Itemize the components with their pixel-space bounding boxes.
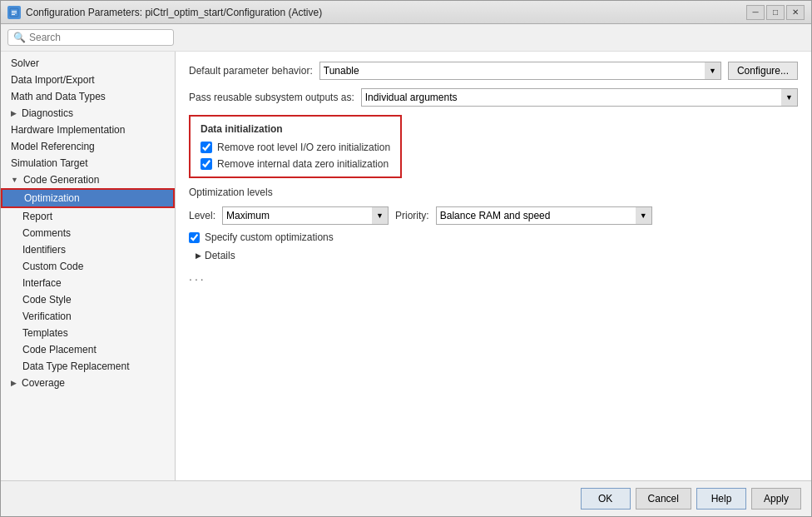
- main-window: Configuration Parameters: piCtrl_optim_s…: [0, 0, 812, 517]
- opt-levels-title: Optimization levels: [189, 186, 798, 198]
- content-area: 🔍 Solver Data Import/Export Math and Dat…: [1, 24, 811, 480]
- search-bar: 🔍: [1, 24, 811, 52]
- sidebar-item-solver[interactable]: Solver: [1, 55, 175, 72]
- minimize-button[interactable]: ─: [746, 5, 765, 20]
- priority-label: Priority:: [395, 210, 429, 221]
- sidebar-item-simulation-target[interactable]: Simulation Target: [1, 155, 175, 172]
- default-param-select-wrapper: Tunable ▼: [319, 62, 721, 80]
- opt-levels-section: Optimization levels Level: Maximum ▼ Pri…: [189, 186, 798, 261]
- close-button[interactable]: ✕: [786, 5, 805, 20]
- ok-button[interactable]: OK: [581, 488, 631, 510]
- bottom-bar: OK Cancel Help Apply: [1, 480, 811, 516]
- sidebar-item-comments[interactable]: Comments: [1, 225, 175, 241]
- diagnostics-label: Diagnostics: [22, 107, 73, 119]
- sidebar-item-code-style[interactable]: Code Style: [1, 291, 175, 308]
- search-wrapper: 🔍: [7, 29, 174, 46]
- dots-row: ...: [189, 270, 798, 283]
- solver-label: Solver: [11, 57, 39, 69]
- verification-label: Verification: [22, 311, 72, 322]
- details-arrow-icon: ▶: [196, 251, 201, 260]
- default-param-label: Default parameter behavior:: [189, 65, 313, 77]
- data-type-replacement-label: Data Type Replacement: [22, 360, 130, 372]
- level-select[interactable]: Maximum: [222, 206, 389, 225]
- math-data-types-label: Math and Data Types: [11, 91, 106, 102]
- sidebar-item-coverage[interactable]: ▶ Coverage: [1, 375, 175, 391]
- default-param-row: Default parameter behavior: Tunable ▼ Co…: [189, 62, 798, 80]
- specify-custom-label: Specify custom optimizations: [205, 231, 334, 243]
- coverage-arrow: ▶: [11, 379, 17, 387]
- data-import-export-label: Data Import/Export: [11, 74, 95, 86]
- cb1-row: Remove root level I/O zero initializatio…: [201, 142, 390, 153]
- title-bar: Configuration Parameters: piCtrl_optim_s…: [1, 1, 811, 24]
- default-param-select[interactable]: Tunable: [319, 62, 721, 80]
- sidebar-item-interface[interactable]: Interface: [1, 275, 175, 291]
- sidebar-item-model-referencing[interactable]: Model Referencing: [1, 138, 175, 155]
- code-gen-label: Code Generation: [23, 174, 99, 186]
- interface-label: Interface: [22, 277, 62, 289]
- report-label: Report: [22, 211, 52, 222]
- window-controls: ─ □ ✕: [746, 5, 805, 20]
- sidebar-item-templates[interactable]: Templates: [1, 325, 175, 341]
- level-label: Level:: [189, 210, 215, 221]
- sidebar-item-hardware-implementation[interactable]: Hardware Implementation: [1, 122, 175, 138]
- pass-reusable-label: Pass reusable subsystem outputs as:: [189, 92, 354, 103]
- svg-rect-1: [12, 11, 17, 12]
- svg-rect-3: [12, 14, 15, 15]
- sidebar-item-identifiers[interactable]: Identifiers: [1, 241, 175, 258]
- comments-label: Comments: [22, 227, 71, 239]
- apply-button[interactable]: Apply: [751, 488, 801, 510]
- sidebar-item-custom-code[interactable]: Custom Code: [1, 258, 175, 275]
- sidebar-item-code-generation[interactable]: ▼ Code Generation: [1, 172, 175, 188]
- app-icon: [7, 6, 21, 19]
- sidebar-item-report[interactable]: Report: [1, 208, 175, 225]
- identifiers-label: Identifiers: [22, 244, 66, 256]
- search-icon: 🔍: [13, 32, 26, 43]
- main-panel: Default parameter behavior: Tunable ▼ Co…: [176, 52, 811, 480]
- maximize-button[interactable]: □: [766, 5, 785, 20]
- search-input[interactable]: [29, 32, 168, 43]
- templates-label: Templates: [22, 327, 68, 339]
- priority-select-wrapper: Balance RAM and speed ▼: [436, 206, 652, 225]
- main-layout: Solver Data Import/Export Math and Data …: [1, 52, 811, 480]
- specify-custom-checkbox[interactable]: [189, 232, 200, 243]
- configure-button[interactable]: Configure...: [728, 62, 798, 80]
- details-row[interactable]: ▶ Details: [189, 250, 798, 261]
- custom-code-label: Custom Code: [22, 261, 83, 272]
- level-select-wrapper: Maximum ▼: [222, 206, 389, 225]
- pass-reusable-row: Pass reusable subsystem outputs as: Indi…: [189, 88, 798, 107]
- sim-target-label: Simulation Target: [11, 157, 88, 169]
- hardware-impl-label: Hardware Implementation: [11, 124, 125, 136]
- cb2-row: Remove internal data zero initialization: [201, 158, 390, 170]
- code-placement-label: Code Placement: [22, 344, 97, 355]
- svg-rect-2: [12, 12, 17, 13]
- sidebar-item-code-placement[interactable]: Code Placement: [1, 341, 175, 358]
- sidebar-item-data-type-replacement[interactable]: Data Type Replacement: [1, 358, 175, 375]
- cb2-label: Remove internal data zero initialization: [217, 158, 389, 170]
- details-label: Details: [205, 250, 235, 261]
- code-gen-arrow: ▼: [11, 176, 18, 184]
- sidebar-item-data-import-export[interactable]: Data Import/Export: [1, 72, 175, 88]
- model-ref-label: Model Referencing: [11, 141, 95, 152]
- data-init-box: Data initialization Remove root level I/…: [189, 115, 402, 178]
- opt-levels-row: Level: Maximum ▼ Priority: Balance RAM a…: [189, 206, 798, 225]
- cb1-checkbox[interactable]: [201, 142, 212, 153]
- sidebar-item-math-data-types[interactable]: Math and Data Types: [1, 88, 175, 105]
- cb1-label: Remove root level I/O zero initializatio…: [217, 142, 390, 153]
- cancel-button[interactable]: Cancel: [636, 488, 691, 510]
- help-button[interactable]: Help: [696, 488, 746, 510]
- window-title: Configuration Parameters: piCtrl_optim_s…: [26, 7, 746, 18]
- custom-opt-row: Specify custom optimizations: [189, 231, 798, 243]
- sidebar-item-verification[interactable]: Verification: [1, 308, 175, 325]
- sidebar-item-optimization[interactable]: Optimization: [1, 188, 175, 208]
- pass-reusable-select[interactable]: Individual arguments: [361, 88, 798, 107]
- code-style-label: Code Style: [22, 294, 72, 306]
- coverage-label: Coverage: [22, 377, 65, 389]
- data-init-title: Data initialization: [201, 123, 390, 135]
- cb2-checkbox[interactable]: [201, 158, 212, 170]
- pass-reusable-select-wrapper: Individual arguments ▼: [361, 88, 798, 107]
- sidebar: Solver Data Import/Export Math and Data …: [1, 52, 176, 480]
- priority-select[interactable]: Balance RAM and speed: [436, 206, 652, 225]
- optimization-label: Optimization: [24, 192, 80, 204]
- sidebar-item-diagnostics[interactable]: ▶ Diagnostics: [1, 105, 175, 122]
- diagnostics-arrow: ▶: [11, 109, 17, 117]
